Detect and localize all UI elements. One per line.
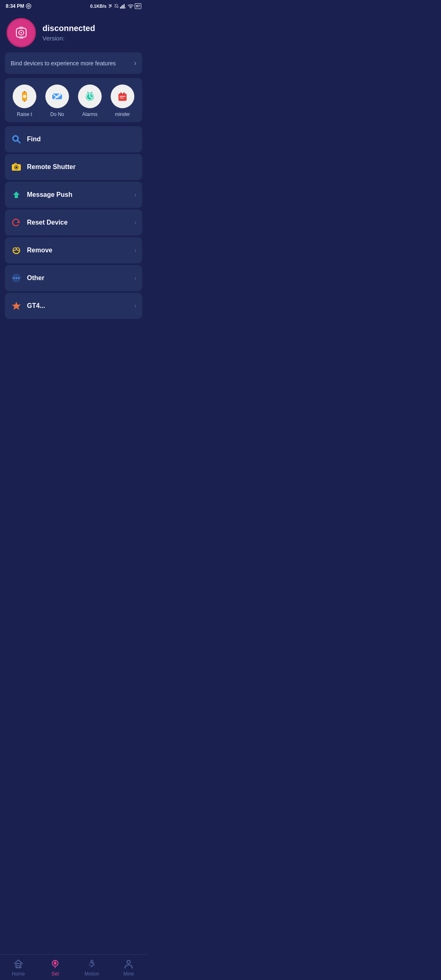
battery-indicator: 87 [135, 3, 141, 9]
remove-icon [11, 245, 22, 256]
status-right: 0.1KB/s [90, 3, 141, 9]
svg-line-37 [18, 140, 20, 143]
svg-point-16 [18, 32, 19, 33]
svg-point-1 [28, 5, 30, 7]
bind-banner-arrow: › [134, 59, 136, 67]
message-push-arrow: › [134, 191, 136, 198]
svg-point-45 [16, 247, 20, 251]
quick-action-reminder[interactable]: minder [111, 85, 134, 117]
remove-label: Remove [27, 247, 52, 254]
status-bar: 8:34 PM 0.1KB/s [0, 0, 147, 11]
partial-label: GT4... [27, 302, 45, 310]
svg-point-0 [27, 4, 31, 9]
svg-rect-41 [14, 163, 17, 165]
dnd-icon [51, 90, 63, 102]
svg-line-28 [87, 92, 89, 93]
headset-icon [26, 3, 31, 9]
other-label: Other [27, 274, 45, 282]
svg-rect-11 [19, 37, 23, 39]
other-icon [11, 272, 22, 284]
message-push-label: Message Push [27, 191, 72, 198]
menu-item-other[interactable]: Other › [5, 265, 142, 291]
menu-item-message-push[interactable]: Message Push › [5, 182, 142, 208]
quick-action-alarms[interactable]: Alarms [78, 85, 102, 117]
remote-shutter-left: Remote Shutter [11, 161, 76, 173]
partial-menu-item[interactable]: GT4... › [5, 293, 142, 319]
svg-rect-30 [118, 94, 127, 101]
remote-shutter-label: Remote Shutter [27, 163, 76, 171]
partial-icon [11, 300, 22, 312]
reset-device-left: Reset Device [11, 217, 68, 228]
remote-shutter-icon [11, 161, 22, 173]
wifi-icon [128, 4, 134, 9]
find-left: Find [11, 134, 41, 145]
quick-action-raise[interactable]: Raise t [13, 85, 36, 117]
menu-item-find[interactable]: Find [5, 126, 142, 152]
menu-item-remove[interactable]: Remove › [5, 237, 142, 263]
network-speed: 0.1KB/s [90, 4, 107, 9]
svg-rect-5 [122, 5, 123, 9]
mute-icon [114, 3, 119, 9]
reset-device-arrow: › [134, 219, 136, 226]
alarms-icon-circle [78, 85, 102, 108]
svg-marker-50 [12, 302, 21, 310]
dnd-icon-circle [45, 85, 69, 108]
svg-point-8 [130, 8, 131, 9]
time-display: 8:34 PM [6, 3, 24, 9]
menu-item-reset-device[interactable]: Reset Device › [5, 209, 142, 236]
svg-rect-34 [120, 98, 124, 98]
status-left: 8:34 PM [6, 3, 31, 9]
svg-point-13 [20, 32, 22, 33]
quick-actions: Raise t Do No [5, 78, 142, 122]
device-status: disconnected [42, 24, 140, 33]
other-left: Other [11, 272, 45, 284]
svg-rect-20 [24, 91, 25, 92]
device-info: disconnected Version: [42, 24, 140, 42]
partial-arrow: › [134, 302, 136, 310]
remove-left: Remove [11, 245, 52, 256]
svg-point-48 [16, 277, 17, 279]
bind-banner-text: Bind devices to experience more features [11, 60, 116, 67]
svg-point-49 [18, 277, 20, 279]
menu-item-remote-shutter[interactable]: Remote Shutter [5, 154, 142, 180]
quick-action-dnd[interactable]: Do No [45, 85, 69, 117]
dnd-label: Do No [50, 111, 64, 117]
svg-marker-43 [17, 220, 19, 223]
svg-rect-3 [120, 7, 121, 9]
raise-icon [18, 90, 31, 102]
message-push-left: Message Push [11, 189, 72, 200]
bluetooth-icon [108, 3, 113, 9]
svg-rect-7 [125, 7, 126, 9]
remove-arrow: › [134, 247, 136, 254]
svg-rect-6 [124, 4, 125, 9]
device-version: Version: [42, 35, 140, 42]
watch-icon [13, 25, 29, 40]
device-avatar[interactable] [7, 18, 36, 47]
find-label: Find [27, 136, 41, 143]
signal-icon [120, 4, 127, 9]
reminder-label: minder [115, 111, 130, 117]
svg-rect-21 [24, 100, 25, 102]
other-arrow: › [134, 274, 136, 282]
svg-point-14 [21, 30, 22, 31]
message-push-icon [11, 189, 22, 200]
svg-rect-31 [120, 92, 122, 95]
svg-line-29 [91, 92, 92, 93]
svg-rect-10 [19, 27, 23, 29]
reminder-icon [116, 90, 129, 102]
bind-banner[interactable]: Bind devices to experience more features… [5, 52, 142, 74]
svg-rect-4 [121, 6, 122, 9]
partial-left: GT4... [11, 300, 45, 312]
svg-point-36 [14, 137, 17, 140]
alarms-icon [84, 90, 96, 102]
alarms-label: Alarms [82, 111, 97, 117]
device-header: disconnected Version: [0, 11, 147, 52]
svg-marker-42 [13, 192, 20, 198]
reset-device-icon [11, 217, 22, 228]
svg-point-15 [21, 35, 22, 36]
find-icon [11, 134, 22, 145]
menu-section: Find Remote Shutter [5, 126, 142, 291]
svg-rect-33 [120, 96, 125, 97]
svg-point-19 [23, 95, 26, 98]
raise-label: Raise t [17, 111, 32, 117]
